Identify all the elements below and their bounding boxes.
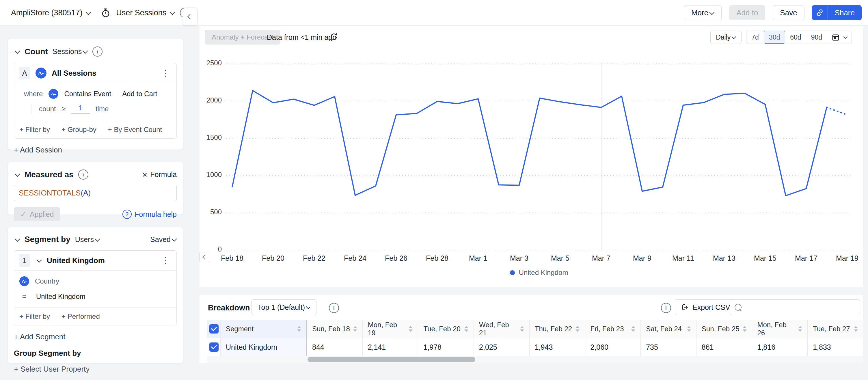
breakdown-selector[interactable]: Top 1 (Default) (251, 299, 316, 315)
value-cell: 1,943 (530, 338, 585, 356)
formula-help-label: Formula help (134, 210, 177, 219)
range-7d[interactable]: 7d (746, 31, 764, 43)
date-column-header[interactable]: Mon, Feb 19 (363, 320, 418, 338)
sort-icon[interactable] (743, 326, 747, 332)
sort-icon[interactable] (520, 326, 524, 332)
add-segment-link[interactable]: + Add Segment (14, 332, 177, 341)
x-tick-label: Mar 9 (633, 254, 651, 262)
date-column-header[interactable]: Sun, Feb 25 (696, 320, 752, 338)
table-scrollbar[interactable] (207, 356, 863, 363)
date-column-header[interactable]: Sun, Feb 18 (307, 320, 363, 338)
formula-function: SESSIONTOTALS (19, 189, 81, 197)
chevron-down-icon[interactable] (36, 257, 41, 262)
chart-title: User Sessions (116, 8, 166, 17)
table-search (730, 299, 860, 315)
legend-label[interactable]: United Kingdom (519, 268, 568, 277)
refresh-icon[interactable] (329, 32, 339, 41)
applied-label: Applied (30, 210, 54, 219)
segment-action-link[interactable]: + Filter by (19, 312, 50, 320)
chart-title-selector[interactable]: User Sessions (116, 8, 175, 17)
date-column-header[interactable]: Tue, Feb 27 (808, 320, 863, 338)
copy-link-button[interactable] (812, 5, 828, 20)
sort-icon[interactable] (687, 326, 691, 332)
chart-plot[interactable] (226, 63, 852, 251)
project-selector[interactable]: AmpliStore (380517) (11, 8, 91, 17)
row-checkbox[interactable] (209, 324, 219, 334)
formula-help-link[interactable]: ? Formula help (122, 210, 177, 219)
segment-value[interactable]: United Kingdom (36, 292, 86, 300)
segment-property[interactable]: Country (35, 277, 59, 285)
table-header-row: SegmentSun, Feb 18Mon, Feb 19Tue, Feb 20… (207, 320, 863, 338)
segment-action-link[interactable]: + Performed (62, 312, 100, 320)
section-collapse-icon[interactable] (15, 48, 20, 54)
formula-toggle[interactable]: × Formula (142, 170, 177, 179)
date-header-label: Tue, Feb 20 (423, 325, 461, 333)
segment-column-header[interactable]: Segment (221, 320, 307, 338)
applied-button[interactable]: ✓ Applied (14, 207, 60, 221)
table-search-input[interactable] (745, 303, 855, 312)
segment-name-cell[interactable]: United Kingdom (221, 338, 307, 356)
granularity-selector[interactable]: Daily (710, 31, 742, 44)
date-header-label: Mon, Feb 19 (368, 321, 406, 337)
session-action-link[interactable]: + Filter by (19, 126, 50, 134)
chart-pan-left-button[interactable] (199, 252, 209, 262)
saved-selector[interactable]: Saved (150, 235, 177, 244)
add-to-button[interactable]: Add to (729, 5, 765, 20)
range-90d[interactable]: 90d (806, 31, 827, 43)
segment-comparator[interactable]: = (22, 292, 26, 300)
share-button[interactable]: Share (828, 5, 862, 20)
section-collapse-icon[interactable] (15, 236, 20, 242)
kebab-menu-icon[interactable]: ⋮ (160, 256, 172, 265)
sort-icon[interactable] (409, 326, 413, 332)
count-section-title: Count (25, 47, 48, 56)
select-user-property-link[interactable]: + Select User Property (14, 365, 177, 374)
kebab-menu-icon[interactable]: ⋮ (160, 69, 172, 77)
table-info-icon[interactable]: i (661, 303, 671, 313)
range-60d[interactable]: 60d (785, 31, 806, 43)
y-tick-label: 2000 (199, 96, 222, 104)
sort-icon[interactable] (353, 326, 357, 332)
x-tick-label: Mar 13 (713, 254, 736, 262)
measured-info-icon[interactable]: i (78, 169, 88, 180)
session-action-link[interactable]: + By Event Count (108, 126, 162, 134)
measured-as-title: Measured as (25, 170, 74, 179)
share-label: Share (835, 8, 855, 17)
value-cell: 1,978 (418, 338, 474, 356)
segment-type-selector[interactable]: Users (75, 235, 100, 244)
section-collapse-icon[interactable] (15, 171, 20, 177)
count-info-icon[interactable]: i (92, 46, 102, 57)
sort-icon[interactable] (464, 326, 468, 332)
search-icon (735, 304, 742, 311)
save-button[interactable]: Save (773, 5, 804, 20)
export-csv-button[interactable]: Export CSV (675, 299, 736, 315)
date-column-header[interactable]: Mon, Feb 26 (752, 320, 808, 338)
breakdown-info-icon[interactable]: i (329, 303, 339, 313)
sort-icon[interactable] (798, 326, 802, 332)
date-column-header[interactable]: Sat, Feb 24 (641, 320, 696, 338)
range-30d[interactable]: 30d (764, 31, 785, 43)
export-csv-label: Export CSV (692, 303, 730, 312)
count-value-input[interactable]: 1 (71, 104, 90, 114)
sort-icon[interactable] (854, 326, 858, 332)
date-column-header[interactable]: Wed, Feb 21 (474, 320, 530, 338)
sort-icon[interactable] (631, 326, 635, 332)
sort-icon[interactable] (576, 326, 580, 332)
add-session-link[interactable]: + Add Session (14, 146, 177, 155)
date-column-header[interactable]: Fri, Feb 23 (585, 320, 641, 338)
sidebar-collapse-button[interactable] (183, 7, 197, 25)
session-action-link[interactable]: + Group-by (62, 126, 96, 134)
scrollbar-thumb[interactable] (308, 357, 475, 362)
where-event[interactable]: Add to Cart (122, 90, 157, 98)
calendar-range-button[interactable] (827, 31, 851, 43)
count-type-selector[interactable]: Sessions (53, 48, 88, 56)
count-label: count (39, 105, 56, 113)
comparator[interactable]: ≥ (62, 105, 66, 113)
formula-input[interactable]: SESSIONTOTALS(A) (14, 185, 177, 201)
where-operator[interactable]: Contains Event (64, 90, 111, 98)
sort-icon[interactable] (297, 326, 301, 332)
date-column-header[interactable]: Thu, Feb 22 (530, 320, 585, 338)
row-checkbox[interactable] (209, 343, 219, 352)
date-column-header[interactable]: Tue, Feb 20 (418, 320, 474, 338)
x-tick-label: Feb 20 (262, 254, 284, 262)
more-button[interactable]: More (684, 5, 722, 20)
